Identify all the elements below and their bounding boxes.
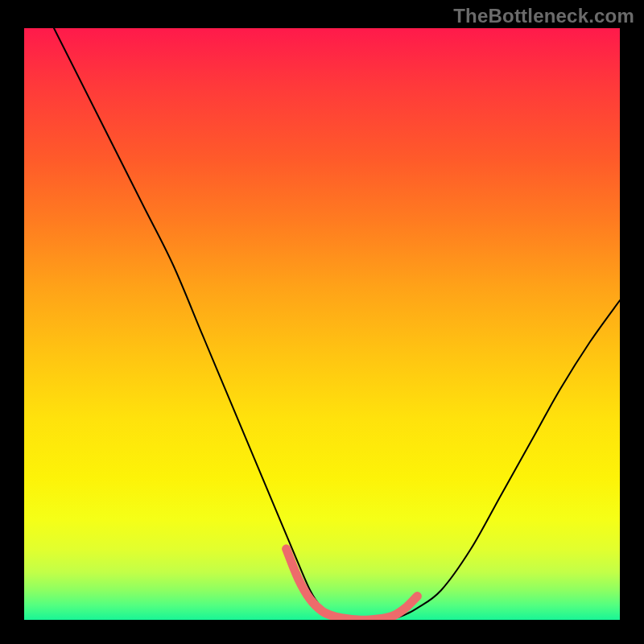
watermark-text: TheBottleneck.com xyxy=(453,5,634,27)
main-curve-line xyxy=(54,28,620,620)
plot-area xyxy=(24,28,620,620)
curve-svg xyxy=(24,28,620,620)
highlight-curve-line xyxy=(287,549,418,620)
chart-container: TheBottleneck.com xyxy=(0,0,644,644)
